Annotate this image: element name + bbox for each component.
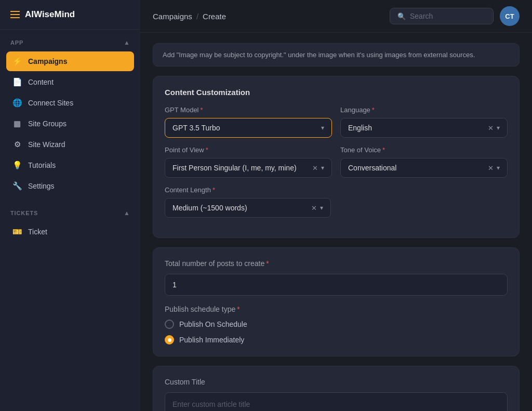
- tickets-section-header: TICKETS ▲: [6, 207, 134, 222]
- site-wizard-icon: ⚙: [12, 140, 22, 149]
- sidebar-item-tutorials[interactable]: 💡 Tutorials: [6, 155, 134, 175]
- tov-actions: ✕ ▾: [488, 164, 500, 172]
- campaigns-icon: ⚡: [12, 57, 22, 66]
- pov-actions: ✕ ▾: [312, 164, 324, 172]
- chevron-down-icon: ▾: [321, 124, 324, 131]
- search-input[interactable]: [410, 12, 486, 20]
- menu-toggle-button[interactable]: [10, 11, 20, 18]
- chevron-down-icon: ▾: [320, 204, 323, 211]
- tutorials-icon: 💡: [12, 161, 22, 170]
- topbar: Campaigns / Create 🔍 CT: [140, 0, 532, 33]
- gpt-model-value: GPT 3.5 Turbo: [172, 124, 321, 132]
- language-actions: ✕ ▾: [488, 124, 500, 132]
- breadcrumb-current: Create: [203, 12, 226, 21]
- schedule-type-label: Publish schedule type *: [165, 305, 508, 313]
- content-customization-card: Content Customization GPT Model * GPT 3.…: [153, 76, 520, 238]
- tov-clear-icon[interactable]: ✕: [488, 164, 494, 172]
- custom-title-label: Custom Title: [165, 378, 508, 386]
- content-length-label: Content Length *: [165, 186, 332, 194]
- publish-immediately-label: Publish Immediately: [179, 336, 244, 344]
- content-icon: 📄: [12, 77, 22, 87]
- total-posts-label: Total number of posts to create *: [165, 259, 508, 268]
- content-length-group: Content Length * Medium (~1500 words) ✕ …: [165, 186, 332, 218]
- language-clear-icon[interactable]: ✕: [488, 124, 494, 132]
- cl-value: Medium (~1500 words): [172, 204, 311, 212]
- schedule-required: *: [237, 305, 240, 313]
- gpt-model-select[interactable]: GPT 3.5 Turbo ▾: [165, 118, 332, 138]
- search-box[interactable]: 🔍: [390, 8, 494, 24]
- language-required: *: [372, 106, 375, 114]
- chevron-down-icon: ▾: [497, 124, 500, 131]
- publish-immediately-option[interactable]: Publish Immediately: [165, 335, 508, 344]
- sidebar-item-label: Content: [28, 78, 54, 86]
- tickets-section: TICKETS ▲ 🎫 Ticket: [0, 200, 140, 246]
- sidebar-item-ticket[interactable]: 🎫 Ticket: [6, 222, 134, 242]
- connect-sites-icon: 🌐: [12, 98, 22, 108]
- gpt-model-actions: ▾: [321, 124, 324, 131]
- breadcrumb: Campaigns / Create: [153, 12, 226, 21]
- tone-of-voice-select[interactable]: Conversational ✕ ▾: [340, 158, 508, 178]
- sidebar-item-label: Site Wizard: [28, 140, 65, 149]
- gpt-model-label: GPT Model *: [165, 106, 332, 114]
- sidebar-item-label: Ticket: [28, 228, 47, 236]
- sidebar-item-site-wizard[interactable]: ⚙ Site Wizard: [6, 135, 134, 154]
- sidebar-item-content[interactable]: 📄 Content: [6, 72, 134, 92]
- tone-of-voice-group: Tone of Voice * Conversational ✕ ▾: [340, 146, 508, 178]
- content-length-select[interactable]: Medium (~1500 words) ✕ ▾: [165, 198, 331, 218]
- total-posts-required: *: [266, 259, 269, 268]
- custom-title-card: Custom Title: [153, 366, 520, 411]
- app-section: APP ▲ ⚡ Campaigns 📄 Content 🌐 Connect Si…: [0, 30, 140, 200]
- cl-clear-icon[interactable]: ✕: [311, 204, 317, 212]
- publish-on-schedule-radio[interactable]: [165, 320, 174, 329]
- empty-placeholder: [340, 186, 508, 218]
- total-posts-input[interactable]: [165, 274, 508, 296]
- breadcrumb-parent[interactable]: Campaigns: [153, 12, 192, 21]
- form-row-3: Content Length * Medium (~1500 words) ✕ …: [165, 186, 508, 218]
- sidebar-item-label: Campaigns: [28, 57, 67, 65]
- search-icon: 🔍: [397, 12, 406, 20]
- sidebar-item-label: Settings: [28, 182, 55, 190]
- sidebar-item-connect-sites[interactable]: 🌐 Connect Sites: [6, 93, 134, 113]
- sidebar-item-label: Connect Sites: [28, 99, 73, 107]
- content-customization-title: Content Customization: [165, 88, 508, 97]
- sidebar-item-label: Tutorials: [28, 161, 56, 169]
- posts-schedule-card: Total number of posts to create * Publis…: [153, 247, 520, 356]
- gpt-model-group: GPT Model * GPT 3.5 Turbo ▾: [165, 106, 332, 138]
- sidebar: AIWiseMind APP ▲ ⚡ Campaigns 📄 Content 🌐…: [0, 0, 140, 411]
- app-section-header: APP ▲: [6, 37, 134, 51]
- avatar[interactable]: CT: [500, 6, 520, 26]
- point-of-view-label: Point of View *: [165, 146, 332, 154]
- language-value: English: [348, 124, 488, 132]
- cl-required: *: [212, 186, 215, 194]
- pov-clear-icon[interactable]: ✕: [312, 164, 318, 172]
- tickets-section-chevron-icon: ▲: [124, 209, 130, 217]
- publish-on-schedule-label: Publish On Schedule: [179, 320, 247, 328]
- language-label: Language *: [340, 106, 508, 114]
- chevron-down-icon: ▾: [497, 164, 500, 171]
- chevron-down-icon: ▾: [321, 164, 324, 171]
- app-section-label: APP: [10, 39, 23, 46]
- topbar-right: 🔍 CT: [390, 6, 520, 26]
- point-of-view-select[interactable]: First Person Singular (I, me, my, mine) …: [165, 158, 332, 178]
- settings-icon: 🔧: [12, 181, 22, 191]
- notice-banner: Add "Image may be subject to copyright."…: [153, 43, 520, 67]
- app-name: AIWiseMind: [25, 9, 75, 20]
- ticket-icon: 🎫: [12, 227, 22, 236]
- content-area: Add "Image may be subject to copyright."…: [140, 33, 532, 411]
- publish-immediately-radio[interactable]: [165, 335, 174, 344]
- form-row-1: GPT Model * GPT 3.5 Turbo ▾ Langu: [165, 106, 508, 138]
- sidebar-item-settings[interactable]: 🔧 Settings: [6, 176, 134, 196]
- sidebar-item-campaigns[interactable]: ⚡ Campaigns: [6, 51, 134, 71]
- pov-value: First Person Singular (I, me, my, mine): [172, 164, 312, 172]
- sidebar-item-site-groups[interactable]: ▦ Site Groups: [6, 114, 134, 134]
- form-row-2: Point of View * First Person Singular (I…: [165, 146, 508, 178]
- language-select[interactable]: English ✕ ▾: [340, 118, 508, 138]
- language-group: Language * English ✕ ▾: [340, 106, 508, 138]
- site-groups-icon: ▦: [12, 119, 22, 128]
- publish-on-schedule-option[interactable]: Publish On Schedule: [165, 320, 508, 329]
- custom-title-textarea[interactable]: [165, 392, 508, 411]
- tickets-section-label: TICKETS: [10, 210, 38, 216]
- schedule-radio-group: Publish On Schedule Publish Immediately: [165, 320, 508, 344]
- tone-of-voice-label: Tone of Voice *: [340, 146, 508, 154]
- notice-text: Add "Image may be subject to copyright."…: [163, 51, 475, 59]
